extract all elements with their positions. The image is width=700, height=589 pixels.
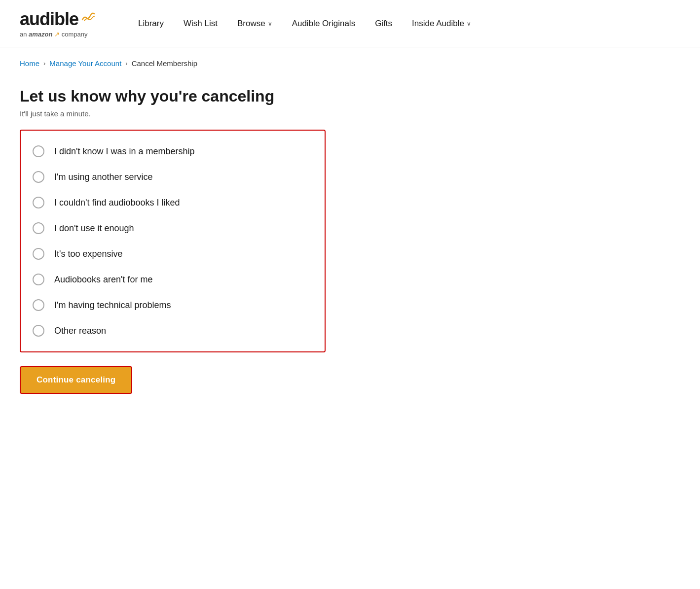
nav-originals[interactable]: Audible Originals <box>292 19 356 29</box>
option-another-service[interactable]: I'm using another service <box>33 164 313 190</box>
page-title: Let us know why you're canceling <box>20 87 326 105</box>
radio-not-for-me[interactable] <box>33 274 44 285</box>
breadcrumb-separator-1: › <box>43 60 45 67</box>
breadcrumb: Home › Manage Your Account › Cancel Memb… <box>0 47 700 72</box>
breadcrumb-current-page: Cancel Membership <box>132 59 197 68</box>
nav-inside-audible[interactable]: Inside Audible ∨ <box>412 19 471 29</box>
cancellation-reasons-box: I didn't know I was in a membership I'm … <box>20 130 326 352</box>
main-content: Let us know why you're canceling It'll j… <box>0 72 345 423</box>
site-header: audible an amazon ↗ company Library Wish… <box>0 0 700 47</box>
logo-tagline: an amazon ↗ company <box>20 31 109 38</box>
option-label-technical-problems: I'm having technical problems <box>54 300 171 311</box>
logo-wordmark: audible <box>20 9 78 30</box>
breadcrumb-manage-account[interactable]: Manage Your Account <box>49 59 121 68</box>
radio-other-reason[interactable] <box>33 325 44 337</box>
option-couldnt-find[interactable]: I couldn't find audiobooks I liked <box>33 190 313 215</box>
breadcrumb-home[interactable]: Home <box>20 59 39 68</box>
radio-too-expensive[interactable] <box>33 248 44 260</box>
nav-gifts[interactable]: Gifts <box>375 19 392 29</box>
radio-another-service[interactable] <box>33 171 44 183</box>
logo-waves-icon <box>80 11 96 25</box>
radio-technical-problems[interactable] <box>33 299 44 311</box>
option-label-other-reason: Other reason <box>54 326 106 336</box>
option-not-for-me[interactable]: Audiobooks aren't for me <box>33 267 313 292</box>
option-technical-problems[interactable]: I'm having technical problems <box>33 292 313 318</box>
radio-didnt-know[interactable] <box>33 145 44 157</box>
option-didnt-know[interactable]: I didn't know I was in a membership <box>33 139 313 164</box>
radio-couldnt-find[interactable] <box>33 197 44 208</box>
nav-library[interactable]: Library <box>138 19 164 29</box>
option-too-expensive[interactable]: It's too expensive <box>33 241 313 267</box>
option-label-too-expensive: It's too expensive <box>54 249 123 259</box>
option-label-couldnt-find: I couldn't find audiobooks I liked <box>54 198 180 208</box>
option-dont-use[interactable]: I don't use it enough <box>33 215 313 241</box>
browse-chevron-icon: ∨ <box>268 20 272 27</box>
option-label-another-service: I'm using another service <box>54 172 153 182</box>
breadcrumb-separator-2: › <box>125 60 127 67</box>
continue-canceling-button[interactable]: Continue canceling <box>20 366 132 394</box>
option-label-dont-use: I don't use it enough <box>54 223 134 234</box>
radio-dont-use[interactable] <box>33 222 44 234</box>
inside-audible-chevron-icon: ∨ <box>467 20 471 27</box>
option-label-didnt-know: I didn't know I was in a membership <box>54 146 195 157</box>
logo[interactable]: audible an amazon ↗ company <box>20 9 109 38</box>
nav-browse[interactable]: Browse ∨ <box>237 19 272 29</box>
option-label-not-for-me: Audiobooks aren't for me <box>54 275 153 285</box>
page-subtitle: It'll just take a minute. <box>20 109 326 118</box>
option-other-reason[interactable]: Other reason <box>33 318 313 344</box>
main-nav: Library Wish List Browse ∨ Audible Origi… <box>138 19 471 29</box>
nav-wishlist[interactable]: Wish List <box>184 19 218 29</box>
